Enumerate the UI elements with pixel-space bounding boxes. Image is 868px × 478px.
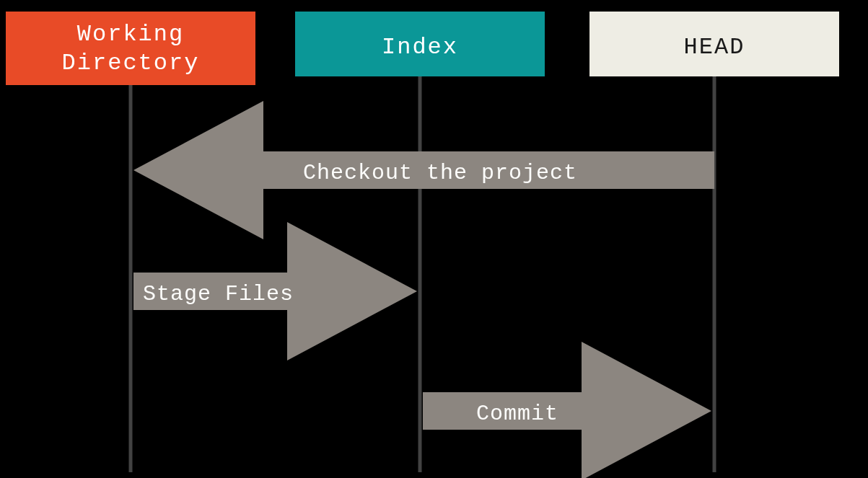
- head-label: HEAD: [684, 34, 745, 61]
- arrowhead-left-icon: [133, 101, 263, 239]
- stage-label: Stage Files: [143, 282, 294, 306]
- arrowhead-right-icon: [582, 342, 711, 478]
- commit-label: Commit: [476, 402, 558, 426]
- column-working-directory: Working Directory: [6, 12, 255, 85]
- working-label-line1: Working: [77, 21, 184, 48]
- index-label: Index: [382, 34, 458, 61]
- column-head: HEAD: [589, 12, 839, 76]
- arrow-stage: Stage Files: [133, 222, 417, 360]
- working-label-line2: Directory: [62, 50, 200, 76]
- column-index: Index: [295, 12, 545, 76]
- checkout-label: Checkout the project: [303, 161, 577, 185]
- arrow-commit: Commit: [423, 342, 711, 478]
- arrow-checkout: Checkout the project: [133, 101, 714, 239]
- git-workflow-diagram: Working Directory Index HEAD Checkout th…: [0, 0, 868, 478]
- arrowhead-right-icon: [287, 222, 417, 360]
